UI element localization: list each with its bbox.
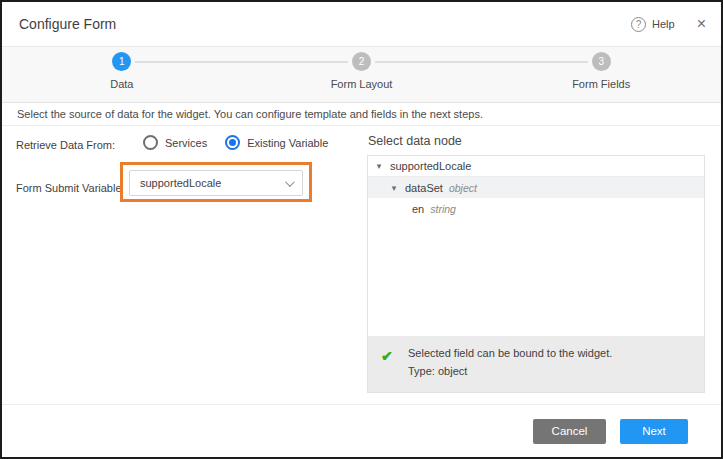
highlight-annotation-box: supportedLocale bbox=[120, 162, 312, 202]
step-1-label: Data bbox=[110, 78, 133, 90]
close-icon[interactable]: × bbox=[697, 16, 706, 32]
configure-form-dialog: Configure Form ? Help × 1 Data 2 Form La… bbox=[0, 0, 723, 459]
dialog-content: Retrieve Data From: Services Existing Va… bbox=[2, 126, 721, 404]
step-2-circle: 2 bbox=[352, 52, 371, 71]
step-data[interactable]: 1 Data bbox=[2, 47, 242, 102]
tree-node-label: en bbox=[412, 203, 424, 215]
success-check-icon: ✔ bbox=[381, 348, 393, 364]
form-submit-variable-select[interactable]: supportedLocale bbox=[129, 170, 303, 196]
radio-selected-icon bbox=[225, 135, 240, 150]
step-form-fields[interactable]: 3 Form Fields bbox=[481, 47, 721, 102]
step-2-label: Form Layout bbox=[331, 78, 393, 90]
step-3-label: Form Fields bbox=[572, 78, 630, 90]
step-1-circle: 1 bbox=[112, 52, 131, 71]
form-submit-variable-label: Form Submit Variable: bbox=[16, 182, 125, 194]
form-submit-variable-value: supportedLocale bbox=[140, 177, 221, 189]
radio-existing-variable[interactable]: Existing Variable bbox=[225, 135, 328, 150]
dialog-header: Configure Form ? Help × bbox=[2, 2, 721, 46]
data-node-panel: ▾ supportedLocale ▾ dataSet object en st… bbox=[367, 155, 705, 393]
next-button[interactable]: Next bbox=[620, 419, 688, 444]
tree-node-label: dataSet bbox=[405, 182, 443, 194]
header-actions: ? Help × bbox=[631, 16, 706, 32]
tree-node-label: supportedLocale bbox=[390, 160, 471, 172]
dialog-footer: Cancel Next bbox=[2, 404, 721, 457]
retrieve-data-radio-group: Services Existing Variable bbox=[143, 135, 346, 150]
tree-empty-area bbox=[368, 219, 704, 336]
radio-existing-variable-label: Existing Variable bbox=[247, 137, 328, 149]
step-form-layout[interactable]: 2 Form Layout bbox=[242, 47, 482, 102]
step-3-circle: 3 bbox=[592, 52, 611, 71]
binding-status-message: ✔ Selected field can be bound to the wid… bbox=[368, 336, 704, 392]
tree-row-supportedlocale[interactable]: ▾ supportedLocale bbox=[368, 156, 704, 177]
tree-node-type: string bbox=[430, 203, 456, 215]
tree-row-en[interactable]: en string bbox=[368, 198, 704, 219]
cancel-button[interactable]: Cancel bbox=[533, 419, 606, 444]
tree-node-type: object bbox=[449, 182, 477, 194]
help-icon[interactable]: ? bbox=[631, 17, 646, 32]
tree-row-dataset[interactable]: ▾ dataSet object bbox=[368, 177, 704, 198]
step-connector-2 bbox=[375, 61, 589, 63]
caret-down-icon[interactable]: ▾ bbox=[374, 161, 384, 171]
help-link[interactable]: Help bbox=[652, 18, 675, 30]
retrieve-data-label: Retrieve Data From: bbox=[16, 139, 115, 151]
caret-down-icon[interactable]: ▾ bbox=[389, 183, 399, 193]
radio-services-label: Services bbox=[165, 137, 207, 149]
chevron-down-icon bbox=[285, 177, 295, 187]
dialog-title: Configure Form bbox=[19, 16, 116, 32]
step-description: Select the source of data for the widget… bbox=[2, 104, 721, 126]
step-connector-1 bbox=[135, 61, 349, 63]
binding-status-line2: Type: object bbox=[408, 363, 692, 381]
radio-services[interactable]: Services bbox=[143, 135, 207, 150]
radio-unselected-icon bbox=[143, 135, 158, 150]
select-data-node-title: Select data node bbox=[368, 134, 462, 148]
binding-status-line1: Selected field can be bound to the widge… bbox=[408, 345, 692, 363]
wizard-stepper: 1 Data 2 Form Layout 3 Form Fields bbox=[2, 46, 721, 103]
